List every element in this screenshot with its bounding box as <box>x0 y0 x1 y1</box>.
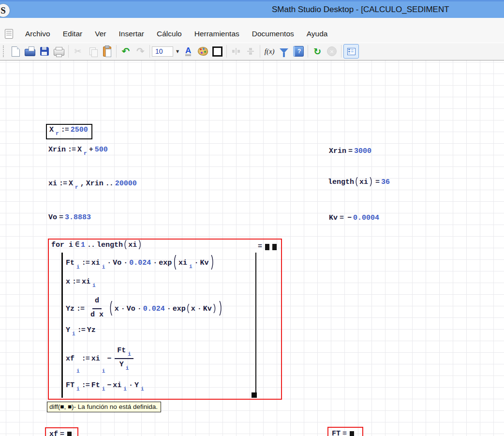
recalculate-arrows-icon: ↻ <box>313 47 321 56</box>
expr-xf-definition[interactable]: xfi:=xii−FtiYi <box>66 346 135 372</box>
expr-xf-result[interactable]: xf= <box>45 427 78 436</box>
expr-xi-range-definition[interactable]: xi:=Xr,Xrin..20000 <box>48 180 137 188</box>
cut-scissors-icon: ✂ <box>74 47 81 56</box>
child-window-icon[interactable] <box>5 29 13 39</box>
logo-letter: S <box>0 5 6 16</box>
worksheet-canvas[interactable]: Xr:=2500 Xrin:=Xr+500 Xrin=3000 xi:=Xr,X… <box>0 60 504 436</box>
resize-handle[interactable] <box>252 392 257 398</box>
menu-documentos[interactable]: Documentos <box>246 28 300 40</box>
horizontal-spacing-icon <box>232 48 240 55</box>
stop-icon: × <box>327 46 337 56</box>
expr-xr-definition[interactable]: Xr:=2500 <box>46 124 92 139</box>
smath-logo-icon: S <box>0 4 10 17</box>
font-color-button[interactable]: A <box>181 45 195 58</box>
border-square-icon <box>212 46 222 57</box>
filter-button[interactable] <box>277 45 291 58</box>
print-button[interactable] <box>52 45 66 58</box>
loop-body-right-bar <box>255 253 256 393</box>
show-side-panel-button[interactable] <box>343 44 359 59</box>
loop-body-bracket <box>61 253 63 398</box>
toolbar: ✂ ↶ ↶ 10 ▼ A f(x) ? <box>0 43 504 60</box>
font-size-select[interactable]: 10 <box>152 46 173 57</box>
menubar: Archivo Editar Ver Insertar Cálculo Herr… <box>0 18 504 43</box>
paste-button[interactable] <box>100 45 114 58</box>
titlebar: S SMath Studio Desktop - [CALCULO_SEDIME… <box>0 0 504 18</box>
copy-button[interactable] <box>85 45 100 58</box>
font-color-icon: A <box>185 47 191 56</box>
toolbar-separator <box>226 45 227 58</box>
toolbar-separator <box>308 45 308 58</box>
redo-arrow-icon: ↶ <box>136 46 145 56</box>
expr-xrin-definition[interactable]: Xrin:=Xr+500 <box>48 146 108 154</box>
expr-ft-capital-definition[interactable]: FTi:=Fti−xii·Yi <box>66 382 144 390</box>
copy-pages-icon <box>89 47 96 55</box>
expr-vo-result[interactable]: Vo=3.8883 <box>48 214 91 222</box>
new-document-icon <box>12 46 20 57</box>
smath-studio-window: S SMath Studio Desktop - [CALCULO_SEDIME… <box>0 0 504 436</box>
interrupt-button[interactable]: × <box>325 45 339 58</box>
insert-function-button[interactable]: f(x) <box>262 45 277 58</box>
reference-book-button[interactable]: ? <box>291 45 306 58</box>
expr-yz-derivative-definition[interactable]: Yz:=ddx(x·Vo·0.024·exp(x·Kv)) <box>66 297 223 322</box>
printer-icon <box>54 49 64 56</box>
side-panel-icon <box>347 48 356 55</box>
open-folder-icon <box>25 49 35 56</box>
toolbar-separator <box>149 45 150 58</box>
toolbar-separator <box>68 45 69 58</box>
expr-ft-result[interactable]: FT= <box>327 427 363 436</box>
menu-calculo[interactable]: Cálculo <box>150 28 188 40</box>
toolbar-separator <box>116 45 117 58</box>
save-button[interactable] <box>37 45 52 58</box>
open-file-button[interactable] <box>23 45 37 58</box>
help-book-icon: ? <box>293 46 304 57</box>
menu-ver[interactable]: Ver <box>89 28 112 40</box>
toolbar-separator <box>341 45 341 58</box>
menu-editar[interactable]: Editar <box>57 28 89 40</box>
menu-herramientas[interactable]: Herramientas <box>188 28 246 40</box>
for-loop-result-placeholder[interactable]: = <box>256 243 278 251</box>
save-floppy-icon <box>40 47 49 56</box>
error-tooltip: diff(■, ■)- La función no está definida. <box>47 402 161 412</box>
border-button[interactable] <box>210 45 224 58</box>
vertical-spacing-button[interactable] <box>243 45 258 58</box>
function-fx-icon: f(x) <box>265 47 275 56</box>
redo-button[interactable]: ↶ <box>133 45 148 58</box>
new-document-button[interactable] <box>8 45 23 58</box>
undo-button[interactable]: ↶ <box>119 45 133 58</box>
for-loop-block[interactable]: fori∈1..length(xi) = Fti:=xii·Vo·0.024·e… <box>48 239 282 400</box>
undo-arrow-icon: ↶ <box>122 46 130 56</box>
toolbar-grip[interactable] <box>3 45 5 57</box>
paste-clipboard-icon <box>103 46 111 57</box>
font-size-dropdown-icon[interactable]: ▼ <box>176 49 179 54</box>
cut-button[interactable]: ✂ <box>71 45 85 58</box>
window-title: SMath Studio Desktop - [CALCULO_SEDIMENT <box>272 1 449 18</box>
palette-icon <box>198 47 208 56</box>
vertical-spacing-icon <box>247 48 254 55</box>
color-palette-button[interactable] <box>195 45 210 58</box>
filter-funnel-icon <box>280 48 288 53</box>
expr-kv-result[interactable]: Kv=−0.0004 <box>329 214 379 223</box>
menu-insertar[interactable]: Insertar <box>112 28 150 40</box>
expr-length-result[interactable]: length(xi)=36 <box>328 179 390 187</box>
toolbar-separator <box>260 45 260 58</box>
horizontal-spacing-button[interactable] <box>229 45 243 58</box>
font-size-value: 10 <box>155 47 163 55</box>
expr-xrin-result[interactable]: Xrin=3000 <box>329 148 371 156</box>
for-loop-header[interactable]: fori∈1..length(xi) <box>51 241 142 250</box>
recalculate-button[interactable]: ↻ <box>310 45 325 58</box>
expr-x-definition[interactable]: x:=xii <box>66 278 96 286</box>
menu-ayuda[interactable]: Ayuda <box>300 28 334 40</box>
expr-ft-definition[interactable]: Fti:=xii·Vo·0.024·exp(xii·Kv) <box>66 259 215 268</box>
expr-y-definition[interactable]: Yi:=Yz <box>66 327 96 335</box>
menu-archivo[interactable]: Archivo <box>19 28 57 40</box>
